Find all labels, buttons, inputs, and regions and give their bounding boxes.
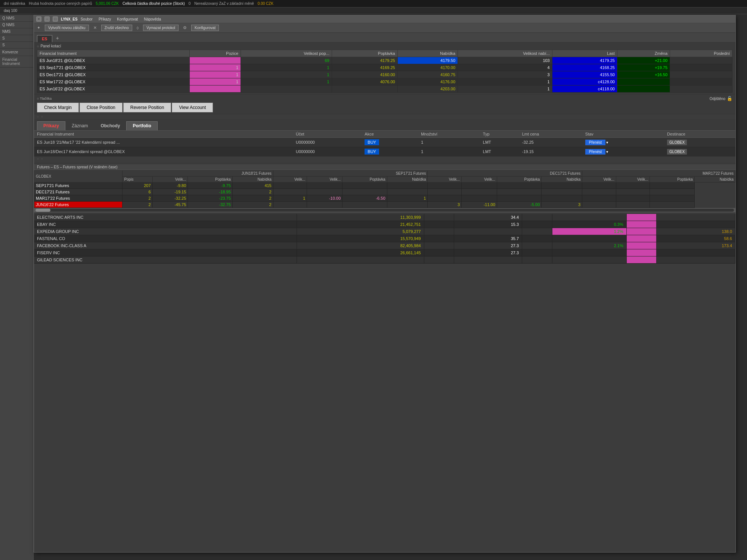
futures-cell: -11.00	[462, 202, 497, 208]
sidebar-item-5[interactable]: S	[0, 42, 33, 49]
futures-cell: -5.00	[497, 202, 541, 208]
globex-badge: GLOBEX	[667, 140, 687, 145]
futures-cell	[616, 183, 650, 189]
col-vel-pop: Velikost pop...	[241, 50, 332, 57]
maximize-btn[interactable]: □	[53, 16, 58, 22]
stock-cell	[657, 214, 735, 221]
order-row[interactable]: ES Jun18 '21/Mar17 '22 Kalendární spread…	[34, 138, 735, 147]
stock-row[interactable]: ELECTRONIC ARTS INC11,303,99934.4	[34, 214, 735, 221]
futures-row[interactable]: SEP17'21 Futures207-9.80-9.75415	[34, 183, 735, 189]
kotaci-cell: +19.75	[617, 64, 670, 71]
ft-sub-nab2: Nabídka	[387, 177, 428, 183]
check-margin-button[interactable]: Check Margin	[37, 103, 79, 112]
stock-cell: 27.3	[454, 242, 522, 249]
futures-cell: -9.80	[152, 183, 188, 189]
menu-soubor[interactable]: Soubor	[81, 17, 93, 21]
stock-cell: 11,303,999	[297, 214, 424, 221]
stock-cell: 35.7	[454, 235, 522, 242]
left-sidebar: Q NMS Q NMS NMS S S Konverze Financial I…	[0, 15, 34, 560]
stock-cell	[626, 242, 656, 249]
futures-section: Futures – ES – Futures spread (V reálném…	[34, 163, 735, 214]
menu-napoveda[interactable]: Nápověda	[144, 17, 161, 21]
futures-row[interactable]: JUN16'22 Futures2-45.75-32.7523-11.00-5.…	[34, 202, 735, 208]
stock-cell	[552, 235, 626, 242]
menu-prikazy[interactable]: Příkazy	[99, 17, 111, 21]
futures-cell: -10.00	[307, 195, 342, 202]
futures-cell	[273, 189, 307, 195]
menu-konfigurovat[interactable]: Konfigurovat	[117, 17, 138, 21]
kotaci-cell: 4076.00	[332, 78, 397, 85]
tab-obchody[interactable]: Obchody	[94, 121, 126, 130]
ft-sub-v2: Velik...	[307, 177, 342, 183]
order-stav[interactable]: Přenést▼	[582, 147, 664, 156]
tab-prikazy[interactable]: Příkazy	[37, 121, 65, 130]
futures-cell	[307, 202, 342, 208]
futures-cell	[497, 195, 541, 202]
dots-sep-1: ○ ○	[34, 114, 735, 119]
kotaci-cell: 4	[458, 64, 552, 71]
stock-cell: 58.6	[657, 235, 735, 242]
stock-row[interactable]: FACEBOOK INC-CLASS A82,405,98427.32.1%17…	[34, 242, 735, 249]
tab-es[interactable]: ES	[37, 35, 52, 42]
stock-cell: 15,570,949	[297, 235, 424, 242]
ft-sub-popt2: Poptávka	[342, 177, 387, 183]
order-row[interactable]: ES Jun18/Dec17 Kalendární spread @GLOBEX…	[34, 147, 735, 156]
sidebar-item-4[interactable]: S	[0, 35, 33, 42]
stock-row[interactable]: GILEAD SCIENCES INC	[34, 256, 735, 264]
stock-cell: 21,452,751	[297, 221, 424, 228]
futures-row[interactable]: DEC17'21 Futures6-19.15-18.952	[34, 189, 735, 195]
prenest-button[interactable]: Přenést	[585, 140, 605, 145]
kotaci-row[interactable]: ES Jun16'22 @GLOBEX4203.001c4118.00	[37, 85, 732, 93]
tab-zaznam[interactable]: Záznam	[65, 121, 94, 130]
stock-cell: EBAY INC	[34, 221, 297, 228]
kotaci-cell: 1	[241, 64, 332, 71]
ft-col-exchange: GLOBEX	[34, 171, 123, 183]
clear-log-button[interactable]: Vymazat protokol	[143, 25, 179, 31]
stock-row[interactable]: EXPEDIA GROUP INC5,079,2771.2%138.0	[34, 228, 735, 235]
futures-scrollbar[interactable]	[34, 208, 735, 212]
scrollbar-thumb[interactable]	[35, 209, 50, 212]
close-position-button[interactable]: Close Position	[80, 103, 123, 112]
order-mnozstvi: 1	[418, 138, 480, 147]
futures-cell	[582, 195, 616, 202]
kotaci-row[interactable]: ES Jun18'21 @GLOBEX694179.254179.5010341…	[37, 57, 732, 64]
prenest-button[interactable]: Přenést	[585, 149, 605, 155]
minimize-btn[interactable]: −	[44, 16, 50, 22]
sidebar-item-1[interactable]: Q NMS	[0, 15, 33, 22]
futures-cell: -32.25	[152, 195, 188, 202]
stock-cell	[552, 256, 626, 264]
tab-portfolio[interactable]: Portfolio	[126, 121, 157, 130]
kotaci-cell: 4179.25	[332, 57, 397, 64]
futures-header: Futures – ES – Futures spread (V reálném…	[34, 164, 735, 170]
reverse-position-button[interactable]: Reverse Position	[123, 103, 171, 112]
futures-row[interactable]: MAR17'22 Futures2-32.25-23.7521-10.00-6.…	[34, 195, 735, 202]
col-posledni: Poslední	[670, 50, 732, 57]
ft-group-mar17: MAR17'22 Futures	[582, 171, 735, 177]
futures-cell	[462, 195, 497, 202]
stock-cell	[522, 235, 552, 242]
kotaci-row[interactable]: ES Sep17'21 @GLOBEX114169.254170.0044168…	[37, 64, 732, 71]
stock-row[interactable]: FISERV INC26,661,14527.3	[34, 249, 735, 256]
ft-sub-popt3: Poptávka	[497, 177, 541, 183]
stock-row[interactable]: FASTENAL CO15,570,94935.758.6	[34, 235, 735, 242]
configure-button[interactable]: Konfigurovat	[191, 25, 219, 31]
order-stav[interactable]: Přenést▼	[582, 138, 664, 147]
stock-cell: 34.4	[454, 214, 522, 221]
cancel-all-button[interactable]: Zrušit všechno	[101, 25, 132, 31]
close-btn[interactable]: ✕	[36, 16, 41, 22]
sidebar-item-3[interactable]: NMS	[0, 28, 33, 35]
stock-cell	[522, 214, 552, 221]
view-account-button[interactable]: View Account	[172, 103, 213, 112]
sidebar-item-2[interactable]: Q NMS	[0, 22, 33, 28]
kotaci-cell	[670, 57, 732, 64]
chevron-down-icon: ▼	[605, 150, 609, 154]
stock-cell	[657, 256, 735, 264]
kotaci-row[interactable]: ES Dec17'21 @GLOBEX114160.004160.7534155…	[37, 71, 732, 78]
order-col-akce: Akce	[362, 131, 418, 138]
tab-add[interactable]: +	[53, 34, 62, 42]
futures-cell	[542, 189, 582, 195]
new-tab-button[interactable]: Vytvořit novou záložku	[45, 25, 89, 31]
kotaci-row[interactable]: ES Mar17'22 @GLOBEX114076.004176.001c412…	[37, 78, 732, 85]
stock-row[interactable]: EBAY INC21,452,75115.30.3%	[34, 221, 735, 228]
futures-cell	[273, 183, 307, 189]
